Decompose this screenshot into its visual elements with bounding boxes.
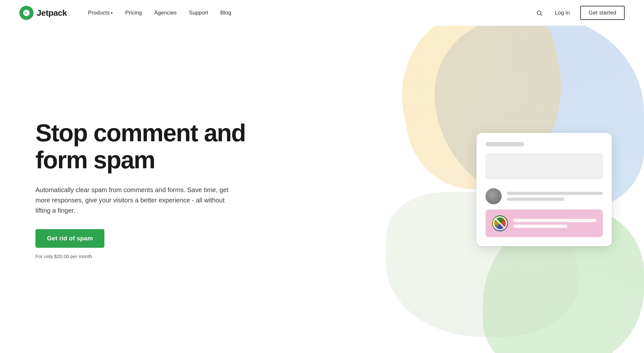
logo-link[interactable]: Jetpack bbox=[19, 6, 67, 20]
main-content: Stop comment and form spam Automatically… bbox=[0, 26, 644, 353]
svg-line-5 bbox=[495, 218, 505, 228]
nav-pricing[interactable]: Pricing bbox=[120, 7, 147, 19]
get-started-button[interactable]: Get started bbox=[580, 6, 625, 20]
brand-name: Jetpack bbox=[37, 8, 67, 18]
cta-button[interactable]: Get rid of spam bbox=[35, 229, 104, 248]
mockup-avatar-image bbox=[485, 188, 502, 204]
hero-section: Stop comment and form spam Automatically… bbox=[0, 100, 274, 279]
mockup-comment-row bbox=[485, 188, 603, 204]
logo-icon bbox=[19, 6, 34, 20]
mockup-text-block bbox=[485, 153, 603, 179]
mockup-line-1 bbox=[507, 192, 603, 195]
main-nav: Products ▾ Pricing Agencies Support Blog bbox=[83, 7, 534, 19]
products-dropdown-icon: ▾ bbox=[111, 11, 113, 15]
mockup-spam-line-1 bbox=[513, 219, 596, 222]
mockup-avatar bbox=[485, 188, 502, 204]
mockup-line-2 bbox=[507, 198, 564, 201]
price-note: For only $20.00 per month bbox=[35, 254, 92, 259]
mockup-spam-line-2 bbox=[513, 225, 567, 228]
nav-agencies[interactable]: Agencies bbox=[149, 7, 182, 19]
mockup-spam-lines bbox=[513, 219, 596, 228]
illustration-area bbox=[476, 133, 612, 246]
mockup-spam-avatar bbox=[492, 215, 508, 231]
login-button[interactable]: Log in bbox=[551, 7, 573, 19]
svg-line-3 bbox=[541, 14, 542, 16]
mockup-top-bar bbox=[485, 142, 524, 146]
header-actions: Log in Get started bbox=[534, 6, 625, 20]
mockup-comment-lines bbox=[507, 192, 603, 201]
nav-products[interactable]: Products ▾ bbox=[83, 7, 118, 19]
nav-support[interactable]: Support bbox=[184, 7, 213, 19]
mockup-card bbox=[476, 133, 612, 246]
spam-no-symbol-icon bbox=[492, 215, 508, 231]
site-header: Jetpack Products ▾ Pricing Agencies Supp… bbox=[0, 0, 644, 26]
nav-blog[interactable]: Blog bbox=[215, 7, 236, 19]
search-button[interactable] bbox=[534, 8, 544, 18]
hero-title: Stop comment and form spam bbox=[35, 119, 274, 173]
mockup-spam-row bbox=[485, 209, 603, 237]
hero-description: Automatically clear spam from comments a… bbox=[35, 185, 235, 216]
